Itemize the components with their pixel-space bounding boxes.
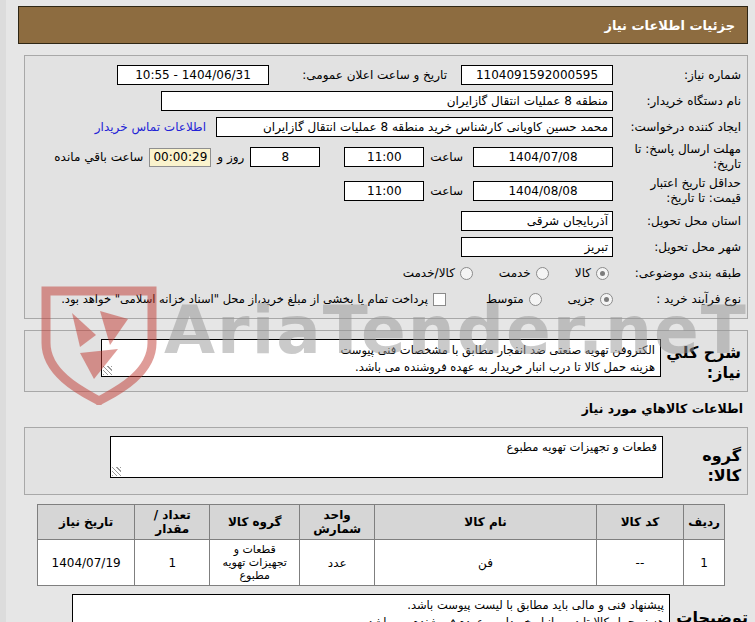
need-info-panel: شماره نیاز: 1104091592000595 تاریخ و ساع… bbox=[24, 55, 748, 319]
radio-goods[interactable] bbox=[596, 267, 609, 280]
buyer-notes-textarea[interactable]: پیشنهاد فنی و مالی باید مطابق با لیست پی… bbox=[72, 594, 670, 622]
cell-quantity: 1 bbox=[135, 540, 210, 586]
col-row: ردیف bbox=[684, 505, 725, 540]
buyer-org-field[interactable]: منطقه 8 عملیات انتقال گازایران bbox=[161, 91, 613, 111]
buyer-org-label: نام دستگاه خریدار: bbox=[619, 94, 741, 109]
buyer-contact-link[interactable]: اطلاعات تماس خریدار bbox=[95, 120, 206, 134]
days-and-label: روز و bbox=[217, 150, 244, 165]
table-row: 1 -- فن عدد قطعات و تجهیزات تهویه مطبوع … bbox=[38, 540, 725, 586]
cell-goods-name: فن bbox=[375, 540, 596, 586]
city-label: شهر محل تحویل: bbox=[619, 240, 741, 255]
cell-unit: عدد bbox=[300, 540, 375, 586]
city-field[interactable]: تبریز bbox=[461, 237, 613, 257]
radio-minor-label: جزیی bbox=[568, 292, 595, 306]
reply-deadline-label: مهلت ارسال پاسخ: تا تاریخ: bbox=[619, 142, 741, 172]
col-unit: واحد شمارش bbox=[300, 505, 375, 540]
goods-group-label: گروه کالا: bbox=[673, 436, 741, 486]
row-request-creator: ایجاد کننده درخواست: محمد حسین کاویانی ک… bbox=[29, 114, 741, 140]
reply-deadline-date-field[interactable]: 1404/07/08 bbox=[473, 147, 613, 167]
treasury-checkbox[interactable] bbox=[433, 293, 446, 306]
goods-section-title: اطلاعات کالاهاي مورد نیاز bbox=[6, 401, 743, 416]
price-validity-time-field[interactable]: 11:00 bbox=[344, 181, 424, 201]
row-buyer-org: نام دستگاه خریدار: منطقه 8 عملیات انتقال… bbox=[29, 88, 741, 114]
row-price-validity: حداقل تاریخ اعتبار قیمت: تا تاریخ: 1404/… bbox=[29, 174, 741, 208]
cell-row: 1 bbox=[684, 540, 725, 586]
province-label: استان محل تحویل: bbox=[619, 214, 741, 229]
request-creator-label: ایجاد کننده درخواست: bbox=[619, 120, 741, 135]
radio-goods-service-label: کالا/خدمت bbox=[403, 266, 455, 280]
col-quantity: تعداد / مقدار bbox=[135, 505, 210, 540]
need-number-label: شماره نیاز: bbox=[619, 68, 741, 83]
col-goods-group: گروه کالا bbox=[210, 505, 300, 540]
col-goods-code: کد کالا bbox=[596, 505, 683, 540]
row-reply-deadline: مهلت ارسال پاسخ: تا تاریخ: 1404/07/08 سا… bbox=[29, 140, 741, 174]
price-validity-date-field[interactable]: 1404/08/08 bbox=[473, 181, 613, 201]
treasury-checkbox-label: پرداخت تمام یا بخشی از مبلغ خرید،از محل … bbox=[61, 292, 428, 306]
price-validity-label: حداقل تاریخ اعتبار قیمت: تا تاریخ: bbox=[619, 176, 741, 206]
cell-goods-code: -- bbox=[596, 540, 683, 586]
row-process-type: نوع فرآیند خرید : جزیی متوسط پرداخت تمام… bbox=[29, 286, 741, 312]
goods-table: ردیف کد کالا نام کالا واحد شمارش گروه کا… bbox=[37, 504, 725, 586]
cell-need-date: 1404/07/19 bbox=[38, 540, 135, 586]
page-title: جزئیات اطلاعات نیاز bbox=[18, 6, 748, 44]
radio-minor[interactable] bbox=[600, 293, 613, 306]
radio-goods-label: کالا bbox=[575, 266, 591, 280]
announce-datetime-label: تاریخ و ساعت اعلان عمومی: bbox=[275, 68, 447, 83]
radio-medium-label: متوسط bbox=[486, 292, 524, 306]
goods-group-panel: گروه کالا: قطعات و تجهیزات تهویه مطبوع bbox=[24, 427, 748, 495]
page-title-text: جزئیات اطلاعات نیاز bbox=[604, 18, 735, 33]
row-city: شهر محل تحویل: تبریز bbox=[29, 234, 741, 260]
province-field[interactable]: آذربایجان شرقی bbox=[461, 211, 613, 231]
buyer-notes-section: توضیحات خریدار: پیشنهاد فنی و مالی باید … bbox=[24, 594, 748, 622]
col-need-date: تاریخ نیاز bbox=[38, 505, 135, 540]
row-province: استان محل تحویل: آذربایجان شرقی bbox=[29, 208, 741, 234]
subject-class-label: طبقه بندی موضوعی: bbox=[619, 266, 741, 281]
col-goods-name: نام کالا bbox=[375, 505, 596, 540]
description-panel: شرح کلي نیاز: الکتروفن تهویه صنعتی ضد ان… bbox=[24, 330, 748, 392]
goods-table-header-row: ردیف کد کالا نام کالا واحد شمارش گروه کا… bbox=[38, 505, 725, 540]
process-type-label: نوع فرآیند خرید : bbox=[619, 292, 741, 307]
row-subject-class: طبقه بندی موضوعی: کالا خدمت کالا/خدمت bbox=[29, 260, 741, 286]
reply-deadline-hour-label: ساعت bbox=[430, 150, 463, 165]
buyer-notes-label: توضیحات خریدار: bbox=[676, 594, 748, 622]
radio-service-label: خدمت bbox=[499, 266, 531, 280]
row-need-number: شماره نیاز: 1104091592000595 تاریخ و ساع… bbox=[29, 62, 741, 88]
price-validity-hour-label: ساعت bbox=[430, 184, 463, 199]
countdown-timer: 00:00:29 bbox=[149, 148, 211, 167]
radio-medium[interactable] bbox=[529, 293, 542, 306]
description-label: شرح کلي نیاز: bbox=[665, 339, 741, 383]
request-creator-field[interactable]: محمد حسین کاویانی کارشناس خرید منطقه 8 ع… bbox=[216, 117, 613, 137]
radio-service[interactable] bbox=[536, 267, 549, 280]
hours-remaining-label: ساعت باقي مانده bbox=[54, 150, 143, 165]
announce-datetime-field[interactable]: 1404/06/31 - 10:55 bbox=[117, 65, 269, 85]
need-details-page: جزئیات اطلاعات نیاز شماره نیاز: 11040915… bbox=[0, 0, 755, 622]
description-textarea[interactable]: الکتروفن تهویه صنعتی ضد انفجار مطابق با … bbox=[101, 339, 661, 377]
cell-goods-group: قطعات و تجهیزات تهویه مطبوع bbox=[210, 540, 300, 586]
need-number-field[interactable]: 1104091592000595 bbox=[461, 65, 613, 85]
radio-goods-service[interactable] bbox=[460, 267, 473, 280]
reply-deadline-time-field[interactable]: 11:00 bbox=[344, 147, 424, 167]
remaining-days-field[interactable]: 8 bbox=[250, 147, 320, 167]
goods-group-textarea[interactable]: قطعات و تجهیزات تهویه مطبوع bbox=[110, 436, 663, 478]
